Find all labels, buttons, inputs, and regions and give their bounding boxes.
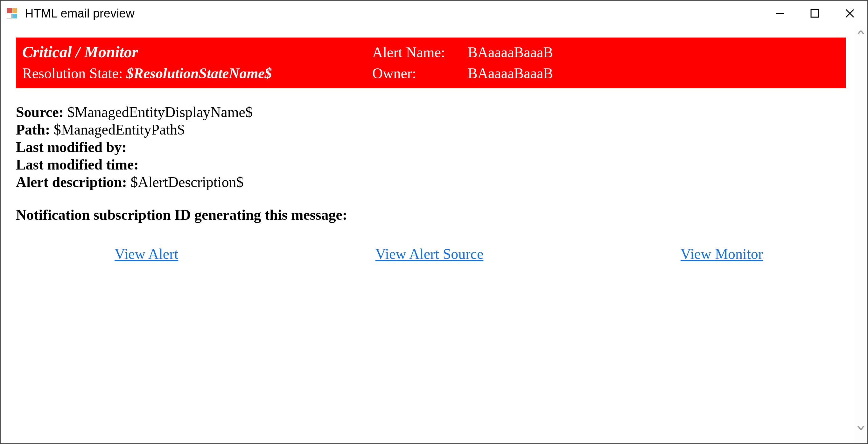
close-button[interactable] — [832, 1, 867, 26]
scroll-up-icon[interactable]: ˄ — [855, 30, 866, 44]
view-alert-link[interactable]: View Alert — [115, 246, 178, 262]
band-row-1: Critical / Monitor Alert Name: BAaaaaBaa… — [22, 41, 839, 63]
view-monitor-link[interactable]: View Monitor — [681, 246, 763, 262]
minimize-button[interactable] — [762, 1, 797, 26]
view-alert-source-link[interactable]: View Alert Source — [375, 246, 484, 262]
last-modified-time-label: Last modified time: — [16, 157, 139, 173]
svg-rect-1 — [811, 9, 819, 17]
close-icon — [844, 8, 855, 19]
alert-description-row: Alert description: $AlertDescription$ — [16, 174, 846, 191]
scroll-down-icon[interactable]: ˅ — [855, 425, 866, 440]
owner-value: BAaaaaBaaaB — [468, 65, 553, 82]
last-modified-by-row: Last modified by: — [16, 139, 846, 156]
maximize-button[interactable] — [797, 1, 832, 26]
subscription-id-label: Notification subscription ID generating … — [16, 207, 846, 223]
window-controls — [762, 1, 867, 26]
alert-description-value: $AlertDescription$ — [130, 174, 243, 190]
alert-name-label: Alert Name: — [372, 44, 468, 61]
severity-source: Critical / Monitor — [22, 43, 372, 61]
path-value: $ManagedEntityPath$ — [54, 122, 185, 138]
resolution-state-cell: Resolution State: $ResolutionStateName$ — [22, 65, 372, 82]
source-label: Source: — [16, 104, 67, 120]
window: HTML email preview Critical / Monitor Al… — [0, 0, 868, 444]
path-label: Path: — [16, 122, 54, 138]
detail-fields: Source: $ManagedEntityDisplayName$ Path:… — [16, 104, 846, 191]
email-content: Critical / Monitor Alert Name: BAaaaaBaa… — [1, 26, 855, 443]
source-value: $ManagedEntityDisplayName$ — [67, 104, 253, 120]
path-row: Path: $ManagedEntityPath$ — [16, 122, 846, 138]
resolution-state-label: Resolution State: — [22, 65, 126, 82]
owner-label: Owner: — [372, 65, 468, 82]
last-modified-time-row: Last modified time: — [16, 157, 846, 173]
alert-description-label: Alert description: — [16, 174, 130, 190]
alert-name-value: BAaaaaBaaaB — [468, 44, 553, 61]
minimize-icon — [774, 8, 785, 19]
band-row-2: Resolution State: $ResolutionStateName$ … — [22, 63, 839, 84]
resolution-state-value: $ResolutionStateName$ — [126, 65, 272, 82]
vertical-scrollbar[interactable]: ˄ ˅ — [855, 26, 867, 443]
last-modified-by-label: Last modified by: — [16, 139, 127, 155]
client-area: Critical / Monitor Alert Name: BAaaaaBaa… — [1, 26, 867, 443]
app-icon — [7, 8, 17, 19]
maximize-icon — [810, 8, 820, 19]
links-row: View Alert View Alert Source View Monito… — [16, 246, 846, 262]
titlebar: HTML email preview — [1, 1, 867, 26]
alert-header-band: Critical / Monitor Alert Name: BAaaaaBaa… — [16, 37, 846, 88]
window-title: HTML email preview — [25, 7, 762, 20]
source-row: Source: $ManagedEntityDisplayName$ — [16, 104, 846, 121]
